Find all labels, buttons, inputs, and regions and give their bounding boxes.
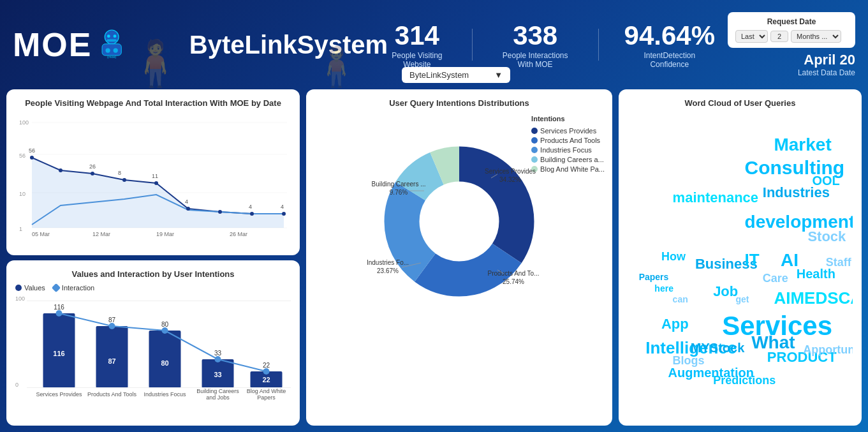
grid-100 (27, 301, 291, 301)
decorative-figure-left: 🧍 (128, 37, 183, 89)
svg-point-6 (114, 48, 118, 52)
svg-point-5 (106, 48, 110, 52)
svg-point-24 (250, 212, 254, 216)
bar-chart-card: Values and Interaction by User Intention… (6, 260, 300, 426)
months-select[interactable]: Months ... (791, 30, 841, 43)
right-column: Word Cloud of User Queries MarketYouCons… (619, 89, 862, 426)
donut-chart-title: User Query Intentions Distributions (315, 98, 603, 108)
svg-point-23 (218, 210, 222, 214)
date-main: April 20 (798, 52, 855, 68)
svg-text:Building Careers: Building Careers (196, 388, 239, 394)
svg-text:Blog And White: Blog And White (247, 388, 286, 394)
svg-text:Products And To...: Products And To... (488, 270, 540, 277)
word-cloud-word: You (819, 130, 837, 141)
moe-logo: MOE (13, 26, 92, 64)
svg-text:Products And Tools: Products And Tools (87, 391, 136, 398)
word-cloud-word: OOL (812, 174, 839, 188)
svg-text:and Jobs: and Jobs (206, 394, 230, 401)
svg-text:116: 116 (53, 350, 64, 357)
word-cloud-title: Word Cloud of User Queries (628, 98, 853, 108)
svg-text:8: 8 (118, 170, 121, 176)
svg-text:Industries Focus: Industries Focus (143, 391, 186, 398)
request-date-title: Request Date (735, 17, 848, 26)
svg-text:19 Mar: 19 Mar (156, 231, 174, 237)
word-cloud-word: White (639, 228, 667, 240)
word-cloud-word: MYStock (691, 341, 744, 355)
word-cloud-word: Papers (639, 272, 669, 282)
filter-dropdown[interactable]: ByteLinkSystem ▼ (402, 67, 510, 83)
stat-confidence-label: IntentDetection Confidence (624, 51, 715, 69)
svg-point-2 (114, 34, 117, 38)
left-column: People Visiting Webpage And Total Intera… (6, 89, 300, 426)
word-cloud-word: How (661, 250, 686, 264)
right-header: Request Date Last 2 Months ... April 20 … (728, 12, 855, 77)
stat-interactions: 338 People Interactions With MOE (498, 20, 573, 69)
svg-text:87: 87 (108, 357, 115, 365)
filter-section: ByteLinkSystem ▼ (402, 67, 510, 83)
svg-text:26 Mar: 26 Mar (230, 231, 247, 237)
stat-interactions-label: People Interactions With MOE (498, 51, 573, 69)
legend-interaction-dot (52, 283, 61, 292)
svg-point-18 (59, 168, 63, 172)
decorative-figure-right: 🧍 (313, 44, 360, 89)
word-cloud-word: can (673, 294, 688, 304)
stat-divider-2 (598, 29, 599, 61)
stat-visitors: 314 People Visiting Website (388, 20, 446, 69)
donut-svg: Services Provides 34.32% Products And To… (364, 126, 555, 317)
svg-text:116: 116 (54, 304, 64, 311)
bar-chart-area: 100 0 116 116 87 87 (15, 295, 291, 401)
svg-point-19 (91, 172, 94, 175)
line-chart-card: People Visiting Webpage And Total Intera… (6, 89, 300, 255)
svg-text:Building Careers ...: Building Careers ... (371, 181, 425, 188)
bar-chart-title: Values and Interaction by User Intention… (15, 269, 291, 279)
svg-text:12 Mar: 12 Mar (92, 231, 110, 237)
svg-point-1 (107, 34, 110, 38)
svg-text:56: 56 (29, 147, 35, 154)
svg-text:33: 33 (214, 371, 221, 378)
svg-text:80: 80 (161, 321, 169, 328)
legend-interaction-label: Interaction (62, 284, 94, 292)
svg-rect-4 (103, 44, 122, 56)
svg-point-69 (421, 183, 497, 260)
svg-point-17 (30, 156, 34, 160)
svg-text:4: 4 (249, 204, 252, 210)
word-cloud-word: Job (713, 283, 738, 300)
date-sub: Latest Data Date (798, 68, 855, 77)
word-cloud-area: MarketYouConsultingIndustriesOOLCareersm… (628, 113, 853, 387)
main-content: People Visiting Webpage And Total Intera… (0, 89, 868, 432)
request-date-controls[interactable]: Last 2 Months ... (735, 30, 848, 43)
word-cloud-word: here (654, 283, 673, 294)
svg-text:33: 33 (214, 350, 222, 357)
svg-rect-3 (107, 40, 117, 42)
svg-point-22 (186, 207, 190, 211)
stat-confidence: 94.64% IntentDetection Confidence (624, 20, 715, 69)
svg-text:(moe): (moe) (108, 55, 117, 59)
word-cloud-word: maintenance (673, 190, 759, 206)
svg-text:Industries Fo...: Industries Fo... (367, 259, 409, 266)
word-cloud-word: get (735, 294, 749, 304)
svg-point-25 (282, 212, 286, 216)
request-date-box: Request Date Last 2 Months ... (728, 12, 855, 48)
word-cloud-word: Stock (807, 228, 846, 245)
stats-section: 314 People Visiting Website 338 People I… (388, 20, 715, 69)
stat-divider-1 (472, 29, 473, 61)
chevron-down-icon: ▼ (494, 70, 503, 80)
word-cloud-word: Staff (826, 256, 851, 269)
period-select[interactable]: Last (735, 30, 768, 43)
word-cloud-word: Prédictions (713, 374, 776, 387)
stat-visitors-label: People Visiting Website (388, 51, 446, 69)
svg-text:56: 56 (19, 153, 26, 159)
y-label-0: 0 (15, 382, 18, 388)
donut-container: Services Provides 34.32% Products And To… (315, 113, 603, 330)
svg-text:22: 22 (263, 362, 270, 369)
svg-text:Papers: Papers (257, 394, 276, 401)
date-display: April 20 Latest Data Date (798, 52, 855, 77)
svg-text:Services Provides: Services Provides (485, 168, 536, 175)
svg-text:22: 22 (262, 376, 270, 384)
svg-text:1: 1 (19, 226, 22, 232)
legend-values-label: Values (24, 284, 45, 292)
svg-text:4: 4 (281, 204, 284, 210)
svg-text:100: 100 (19, 119, 29, 126)
donut-chart-card: User Query Intentions Distributions Inte… (306, 89, 612, 426)
robot-icon: (moe) (98, 19, 125, 70)
